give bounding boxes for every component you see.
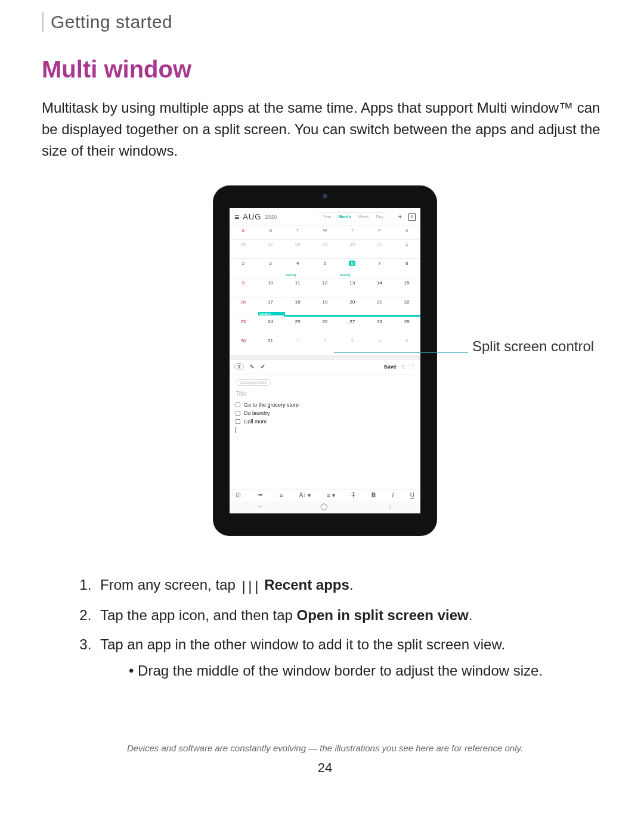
highlighter-icon[interactable]: ✐ [261,364,265,370]
notes-app: T ✎ ✐ Save 𖦹 ⋮ Uncategorized Title Go to… [230,360,420,513]
calendar-year: 2020 [265,214,277,220]
calendar-cell[interactable]: 30 [230,336,257,355]
calendar-cell[interactable]: 5 [311,258,339,278]
day-head: F [366,225,394,239]
recent-apps-icon: | | | [239,573,260,599]
category-chip[interactable]: Uncategorized [236,379,271,386]
note-title-placeholder[interactable]: Title [236,391,414,397]
home-nav-icon[interactable]: ◯ [320,503,327,512]
calendar-cell[interactable]: 29 [311,239,339,259]
today-icon[interactable]: 6 [408,213,416,221]
calendar-cell[interactable]: 22 [393,297,420,317]
calendar-cell[interactable]: 27 [257,239,284,259]
day-head: S [393,225,420,239]
format-tool[interactable]: ≡ [280,492,283,498]
disclaimer: Devices and software are constantly evol… [42,743,608,753]
checkbox-icon[interactable] [236,419,240,424]
recents-nav-icon[interactable]: ⎓ [258,503,262,512]
tab-month[interactable]: Month [336,213,354,220]
hamburger-icon[interactable]: ≡ [234,212,239,222]
calendar-cell[interactable]: 28 [284,239,311,259]
calendar-cell[interactable]: 25 [284,317,311,336]
step-3-sub: Drag the middle of the window border to … [124,658,608,683]
calendar-cell[interactable]: 4Meeting [284,258,311,278]
day-head: S [230,225,257,239]
todo-item[interactable]: Call mom [236,419,414,425]
text-mode-icon[interactable]: T [234,363,244,370]
todo-item[interactable]: Do laundry [236,410,414,416]
format-tool[interactable]: ☑ [236,492,241,498]
calendar-cell[interactable]: 11 [284,278,311,298]
tab-day[interactable]: Day [373,213,386,220]
calendar-cell[interactable]: 31 [366,239,394,259]
system-navbar[interactable]: ⎓ ◯ 〈 [230,501,420,513]
calendar-cell[interactable]: 21 [366,297,394,317]
calendar-cell[interactable]: 12 [311,278,339,298]
calendar-cell[interactable]: 15 [393,278,420,298]
back-nav-icon[interactable]: 〈 [385,503,392,512]
calendar-cell[interactable]: 27 [339,317,366,336]
calendar-cell[interactable]: 13 [339,278,366,298]
calendar-cell[interactable]: 9 [230,278,257,298]
calendar-cell[interactable]: 31 [257,336,284,355]
split-divider[interactable] [230,356,420,360]
day-head: T [339,225,366,239]
todo-label: Go to the grocery store [244,402,299,408]
page-title: Multi window [42,56,608,83]
format-tool[interactable]: I [392,492,394,498]
calendar-month: AUG [243,212,261,221]
calendar-header: ≡ AUG 2020 Year Month Week Day ＋ 6 [230,208,420,225]
calendar-cell[interactable]: 28 [366,317,394,336]
pen-icon[interactable]: ✎ [250,364,255,370]
format-tool[interactable]: ≔ [257,492,263,498]
checkbox-icon[interactable] [236,411,240,416]
day-head: T [284,225,311,239]
calendar-cell[interactable]: 10 [257,278,284,298]
text-cursor [236,427,236,433]
calendar-cell[interactable]: 1 [284,336,311,355]
add-icon[interactable]: ＋ [397,212,404,222]
notes-body[interactable]: Uncategorized Title Go to the grocery st… [230,374,420,489]
calendar-cell[interactable]: 19 [311,297,339,317]
format-tool[interactable]: A↕ ▾ [299,492,311,498]
tablet-frame: ≡ AUG 2020 Year Month Week Day ＋ 6 SMTWT… [213,185,437,536]
more-icon[interactable]: ⋮ [410,364,416,370]
calendar-cell[interactable]: 17Vacation [257,297,284,317]
checkbox-icon[interactable] [236,402,240,407]
calendar-cell[interactable]: 14 [366,278,394,298]
steps-list: From any screen, tap | | | Recent apps. … [42,572,608,683]
format-tool[interactable]: ≡ ▾ [327,492,336,498]
tab-week[interactable]: Week [355,213,372,220]
calendar-cell[interactable]: 16 [230,297,257,317]
calendar-cell[interactable]: 7 [366,258,394,278]
day-head: W [311,225,339,239]
attach-icon[interactable]: 𖦹 [402,364,404,370]
calendar-cell[interactable]: 2 [230,258,257,278]
calendar-cell[interactable]: 30 [339,239,366,259]
calendar-cell[interactable]: 26 [230,239,257,259]
step-2: Tap the app icon, and then tap Open in s… [95,602,608,628]
calendar-cell[interactable]: 18 [284,297,311,317]
calendar-cell[interactable]: 6Meeting [339,258,366,278]
format-tool[interactable]: T [352,492,355,498]
calendar-cell[interactable]: 24 [257,317,284,336]
notes-header: T ✎ ✐ Save 𖦹 ⋮ [230,360,420,374]
save-button[interactable]: Save [384,364,397,370]
calendar-cell[interactable]: 3 [257,258,284,278]
calendar-cell[interactable]: 23 [230,317,257,336]
todo-item[interactable]: Go to the grocery store [236,402,414,408]
calendar-cell[interactable]: 20 [339,297,366,317]
page-number: 24 [42,760,608,776]
view-tabs[interactable]: Year Month Week Day [318,212,388,221]
calendar-cell[interactable]: 26 [311,317,339,336]
callout-line [334,352,468,353]
tab-year[interactable]: Year [320,213,335,220]
split-screen-callout: Split screen control [472,337,594,355]
calendar-cell[interactable]: 1 [393,239,420,259]
calendar-cell[interactable]: 29 [393,317,420,336]
notes-format-toolbar[interactable]: ☑≔≡A↕ ▾≡ ▾TBIU [230,489,420,501]
format-tool[interactable]: U [410,492,414,498]
calendar-cell[interactable]: 8 [393,258,420,278]
tablet-screen: ≡ AUG 2020 Year Month Week Day ＋ 6 SMTWT… [230,208,420,513]
format-tool[interactable]: B [371,492,376,498]
